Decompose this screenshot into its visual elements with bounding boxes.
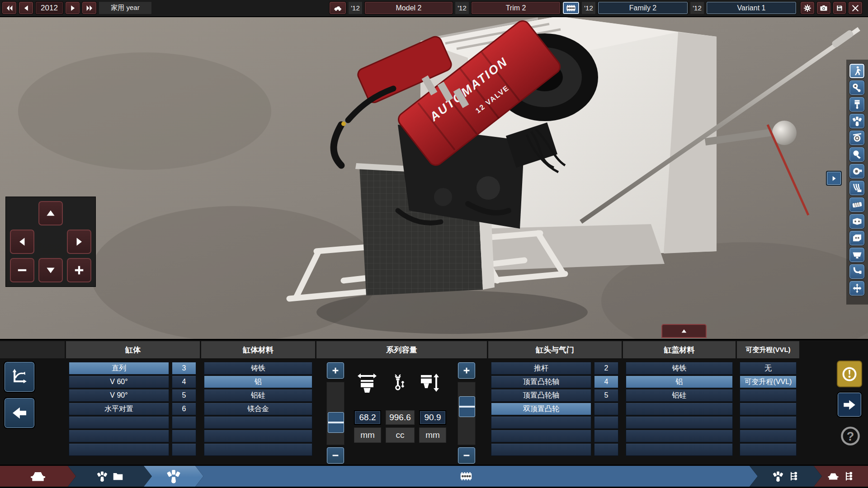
bore-slider-track[interactable] (326, 382, 344, 445)
engine-family-button[interactable] (562, 1, 580, 14)
option-vvl[interactable]: 可变升程(VVL) (740, 375, 797, 388)
car-model-button[interactable] (329, 1, 346, 14)
bore-plus-button[interactable] (326, 362, 344, 379)
option-block_layout[interactable]: V 60° (69, 375, 169, 388)
option-block_layout[interactable]: V 90° (69, 389, 169, 402)
last-year-button[interactable] (82, 1, 97, 14)
photo-button[interactable] (816, 1, 831, 14)
toolbar-exhaust-pipe-button[interactable] (849, 264, 865, 279)
bore-minus-button[interactable] (326, 447, 344, 464)
option-head_material[interactable]: 铝硅 (626, 389, 733, 402)
toolbar-walk-button[interactable] (849, 63, 865, 79)
rotate-down-button[interactable] (38, 258, 63, 282)
help-button[interactable]: ? (840, 425, 861, 447)
bottom-bar-segment-designer-stages[interactable] (195, 466, 758, 487)
engine-block-icon (852, 233, 863, 244)
toolbar-crankshaft-button[interactable] (849, 80, 865, 95)
option-num-head_valves[interactable]: 2 (594, 362, 618, 375)
toolbar-pulley-button[interactable] (849, 130, 865, 145)
right-icon (69, 4, 77, 12)
option-num-block_layout[interactable]: 6 (172, 403, 196, 415)
toolbar-cylinder-head-button[interactable] (849, 214, 865, 229)
option-block_material[interactable]: 铝 (204, 375, 312, 388)
toolbar-headers-button[interactable] (849, 180, 865, 196)
toolbar-engine-block-button[interactable] (849, 230, 865, 246)
pistons-icon (852, 116, 863, 127)
model-name-button[interactable]: Model 2 (364, 1, 453, 14)
option-empty (172, 416, 196, 429)
pistons-icon (96, 470, 108, 482)
stroke-plus-button[interactable] (458, 362, 476, 379)
option-block_layout[interactable]: 水平对置 (69, 403, 169, 415)
option-num-block_layout[interactable]: 4 (172, 375, 196, 388)
car-front-icon (30, 468, 46, 484)
engine-3d-viewport[interactable]: AUTOMATION 12 VALVE (0, 16, 868, 339)
stroke-value-input[interactable]: 90.9 (419, 410, 446, 425)
option-head_valves[interactable]: 推杆 (491, 362, 591, 375)
rotate-up-button[interactable] (38, 201, 63, 225)
rotate-right-button[interactable] (67, 230, 91, 254)
bore-value-input[interactable]: 68.2 (354, 410, 381, 425)
option-head_valves[interactable]: 顶置凸轮轴 (491, 375, 591, 388)
toolbar-turbo-button[interactable] (849, 164, 865, 179)
next-year-button[interactable] (65, 1, 80, 14)
family-name-button[interactable]: Family 2 (598, 1, 688, 14)
stroke-unit-label: mm (419, 427, 446, 443)
previous-year-button[interactable] (19, 1, 33, 14)
option-block_layout[interactable]: 直列 (69, 362, 169, 375)
option-block_material[interactable]: 镁合金 (204, 403, 312, 415)
option-block_material[interactable]: 铝硅 (204, 389, 312, 402)
bore-slider-handle[interactable] (328, 412, 344, 433)
bottom-bar-segment-car-trims[interactable] (814, 466, 868, 487)
option-num-head_valves[interactable]: 5 (594, 389, 618, 402)
option-num-block_layout[interactable]: 5 (172, 389, 196, 402)
oil-pan-icon (852, 249, 863, 260)
toolbar-expand-button[interactable] (826, 171, 842, 186)
bottom-bar-segment-engine-variants[interactable] (750, 466, 822, 487)
forward-button[interactable] (837, 392, 862, 418)
option-vvl[interactable]: 无 (740, 362, 797, 375)
left-icon (22, 4, 30, 12)
option-empty (69, 430, 169, 442)
close-button[interactable] (848, 1, 863, 14)
stroke-minus-button[interactable] (458, 447, 476, 464)
zoom-out-button[interactable] (10, 258, 34, 282)
option-num-head_valves[interactable]: 4 (594, 375, 618, 388)
settings-button[interactable] (800, 1, 815, 14)
bottom-bar-segment-car-design[interactable] (0, 466, 76, 487)
back-arrow-icon (10, 404, 28, 422)
toolbar-piston-button[interactable] (849, 97, 865, 112)
back-button[interactable] (4, 397, 35, 429)
variant-name-button[interactable]: Variant 1 (706, 1, 797, 14)
option-head_valves[interactable]: 双顶置凸轮 (491, 403, 591, 415)
option-head_valves[interactable]: 顶置凸轮轴 (491, 389, 591, 402)
column-block-layout: 缸体 直列V 60°V 90°水平对置 3456 (66, 340, 200, 465)
toolbar-conrods-button[interactable] (849, 113, 865, 129)
option-head_material[interactable]: 铝 (626, 375, 733, 388)
toolbar-move-button[interactable] (849, 281, 865, 296)
option-empty (69, 443, 169, 456)
warning-button[interactable] (837, 361, 862, 387)
tune-icon (10, 368, 28, 386)
stroke-slider-handle[interactable] (459, 396, 475, 417)
toolbar-cam-cover-button[interactable] (849, 197, 865, 212)
trim-name-button[interactable]: Trim 2 (471, 1, 561, 14)
year-display[interactable]: 2012 (35, 1, 63, 14)
family-year-badge: '12 (581, 1, 596, 14)
first-year-button[interactable] (2, 1, 17, 14)
option-num-block_layout[interactable]: 3 (172, 362, 196, 375)
rotate-left-button[interactable] (10, 230, 34, 254)
panel-collapse-button[interactable] (661, 324, 707, 338)
bottom-bar-segment-engine-designer[interactable] (144, 466, 203, 487)
zoom-in-button[interactable] (67, 258, 91, 282)
save-button[interactable] (833, 1, 846, 14)
stroke-slider-track[interactable] (458, 382, 476, 445)
headers-icon (852, 183, 863, 193)
option-block_material[interactable]: 铸铁 (204, 362, 312, 375)
bottom-bar-segment-engine-manager[interactable] (68, 466, 152, 487)
toolbar-intake-button[interactable] (849, 147, 865, 162)
tune-graph-button[interactable] (4, 361, 35, 393)
option-head_material[interactable]: 铸铁 (626, 362, 733, 375)
right-icon (830, 175, 838, 182)
toolbar-oil-pan-button[interactable] (849, 247, 865, 263)
